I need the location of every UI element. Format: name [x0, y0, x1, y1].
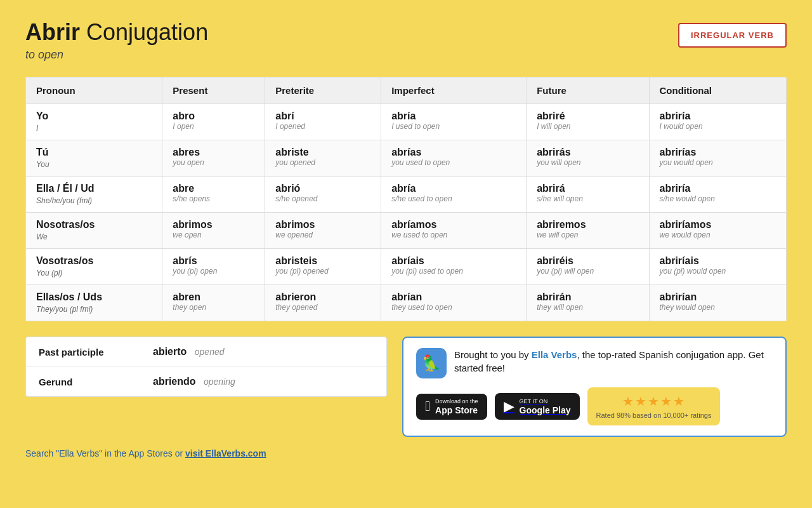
imperfect-cell: abríanthey used to open [381, 285, 527, 321]
present-cell: abres/he opens [162, 177, 265, 213]
imperfect-cell: abríaisyou (pl) used to open [381, 249, 527, 285]
bottom-section: Past participle abierto opened Gerund ab… [25, 337, 787, 437]
irregular-verb-badge: IRREGULAR VERB [678, 23, 787, 48]
col-header-future: Future [527, 77, 649, 104]
app-store-button[interactable]:  Download on the App Store [416, 394, 487, 420]
future-cell: abrirás/he will open [527, 177, 649, 213]
promo-description: Brought to you by Ella Verbs, the top-ra… [454, 348, 773, 375]
conditional-cell: abriríaisyou (pl) would open [649, 249, 786, 285]
pronoun-cell: Ella / Él / UdShe/he/you (fml) [26, 177, 162, 213]
imperfect-cell: abríaI used to open [381, 104, 527, 140]
google-play-text: GET IT ON Google Play [520, 399, 571, 415]
app-store-big-text: App Store [435, 406, 478, 415]
past-participle-row: Past participle abierto opened [26, 337, 386, 367]
page-title: Abrir Conjugation [25, 19, 208, 46]
rating-box: ★★★★★ Rated 98% based on 10,000+ ratings [587, 387, 721, 425]
gerund-translation: opening [204, 377, 235, 387]
present-cell: abroI open [162, 104, 265, 140]
conjugation-table: Pronoun Present Preterite Imperfect Futu… [25, 77, 787, 321]
rating-text: Rated 98% based on 10,000+ ratings [596, 411, 712, 419]
future-cell: abriréisyou (pl) will open [527, 249, 649, 285]
conditional-cell: abriríanthey would open [649, 285, 786, 321]
participle-table: Past participle abierto opened Gerund ab… [25, 337, 387, 397]
gerund-label: Gerund [39, 377, 153, 387]
table-row: Vosotras/osYou (pl)abrísyou (pl) openabr… [26, 249, 787, 285]
table-row: YoIabroI openabríI openedabríaI used to … [26, 104, 787, 140]
table-row: Nosotras/osWeabrimoswe openabrimoswe ope… [26, 213, 787, 249]
present-cell: abrísyou (pl) open [162, 249, 265, 285]
present-cell: abrimoswe open [162, 213, 265, 249]
rating-stars: ★★★★★ [596, 394, 712, 409]
gerund-value: abriendo [153, 376, 196, 387]
conditional-cell: abriríasyou would open [649, 140, 786, 177]
title-bold: Abrir [25, 19, 80, 45]
app-store-text: Download on the App Store [435, 399, 478, 415]
preterite-cell: abristeyou opened [265, 140, 381, 177]
future-cell: abrirásyou will open [527, 140, 649, 177]
col-header-conditional: Conditional [649, 77, 786, 104]
google-play-button[interactable]: ▶ GET IT ON Google Play [495, 393, 580, 420]
promo-top: 🦜 Brought to you by Ella Verbs, the top-… [416, 348, 773, 378]
pronoun-cell: Nosotras/osWe [26, 213, 162, 249]
table-row: TúYouabresyou openabristeyou openedabría… [26, 140, 787, 177]
future-cell: abriréI will open [527, 104, 649, 140]
conditional-cell: abriríamoswe would open [649, 213, 786, 249]
col-header-imperfect: Imperfect [381, 77, 527, 104]
preterite-cell: abríI opened [265, 104, 381, 140]
ella-verbs-link[interactable]: Ella Verbs [532, 349, 577, 360]
pronoun-cell: YoI [26, 104, 162, 140]
past-participle-translation: opened [195, 347, 225, 357]
apple-icon:  [425, 399, 430, 413]
app-icon: 🦜 [416, 348, 447, 378]
pronoun-cell: Vosotras/osYou (pl) [26, 249, 162, 285]
present-cell: abrenthey open [162, 285, 265, 321]
past-participle-value: abierto [153, 346, 187, 357]
google-play-big-text: Google Play [520, 406, 571, 415]
conditional-cell: abriríaI would open [649, 104, 786, 140]
pronoun-cell: Ellas/os / UdsThey/you (pl fml) [26, 285, 162, 321]
conditional-cell: abrirías/he would open [649, 177, 786, 213]
promo-box: 🦜 Brought to you by Ella Verbs, the top-… [402, 337, 787, 437]
title-block: Abrir Conjugation to open [25, 19, 208, 62]
imperfect-cell: abríasyou used to open [381, 140, 527, 177]
page-header: Abrir Conjugation to open IRREGULAR VERB [25, 19, 787, 62]
google-play-icon: ▶ [504, 398, 514, 415]
col-header-pronoun: Pronoun [26, 77, 162, 104]
preterite-cell: abrimoswe opened [265, 213, 381, 249]
past-participle-label: Past participle [39, 347, 153, 358]
future-cell: abriremoswe will open [527, 213, 649, 249]
col-header-present: Present [162, 77, 265, 104]
google-play-small-text: GET IT ON [520, 399, 571, 404]
col-header-preterite: Preterite [265, 77, 381, 104]
promo-buttons:  Download on the App Store ▶ GET IT ON … [416, 387, 773, 425]
page-subtitle: to open [25, 48, 208, 62]
imperfect-cell: abríamoswe used to open [381, 213, 527, 249]
present-cell: abresyou open [162, 140, 265, 177]
pronoun-cell: TúYou [26, 140, 162, 177]
preterite-cell: abrieronthey opened [265, 285, 381, 321]
footer-text: Search "Ella Verbs" in the App Stores or [25, 448, 185, 458]
table-row: Ella / Él / UdShe/he/you (fml)abres/he o… [26, 177, 787, 213]
preterite-cell: abriós/he opened [265, 177, 381, 213]
gerund-row: Gerund abriendo opening [26, 367, 386, 396]
title-normal: Conjugation [80, 19, 208, 45]
future-cell: abriránthey will open [527, 285, 649, 321]
imperfect-cell: abrías/he used to open [381, 177, 527, 213]
ella-verbs-website-link[interactable]: visit EllaVerbs.com [185, 448, 266, 458]
app-store-small-text: Download on the [435, 399, 478, 404]
table-row: Ellas/os / UdsThey/you (pl fml)abrenthey… [26, 285, 787, 321]
promo-text-before: Brought to you by [454, 349, 532, 360]
footer-search-text: Search "Ella Verbs" in the App Stores or… [25, 448, 787, 458]
preterite-cell: abristeisyou (pl) opened [265, 249, 381, 285]
